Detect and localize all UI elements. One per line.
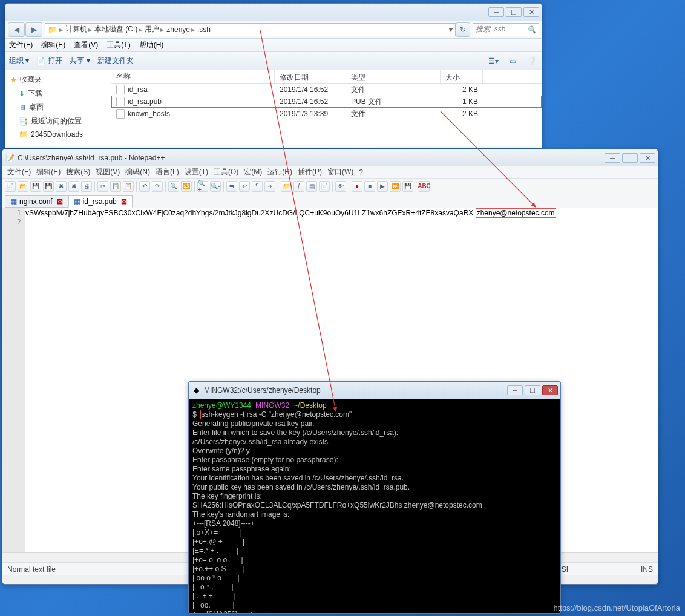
paste-icon[interactable]: 📋: [123, 181, 134, 192]
close-tab-icon[interactable]: ⊠: [121, 197, 127, 206]
redo-icon[interactable]: ↷: [152, 181, 163, 192]
wordwrap-icon[interactable]: ↩: [239, 181, 250, 192]
preview-pane-icon[interactable]: ▭: [506, 56, 519, 67]
forward-button[interactable]: ▶: [25, 22, 42, 37]
tab-nginx-conf[interactable]: ▦nginx.conf⊠: [5, 195, 68, 208]
minimize-button[interactable]: ─: [507, 385, 523, 395]
nav-2345[interactable]: 📁2345Downloads: [5, 128, 111, 140]
save-icon[interactable]: 💾: [30, 181, 41, 192]
menu-tools[interactable]: 工具(T): [107, 40, 130, 50]
address-bar[interactable]: 📁 ▸ 计算机 ▸ 本地磁盘 (C:) ▸ 用户 ▸ zhenye ▸ .ssh…: [45, 23, 456, 36]
menu-language[interactable]: 语言(L): [154, 167, 180, 177]
folder-icon[interactable]: 📁: [281, 181, 292, 192]
breadcrumb[interactable]: 用户: [145, 24, 159, 34]
menu-view[interactable]: 查看(V): [74, 40, 98, 50]
closeall-icon[interactable]: ✖: [68, 181, 79, 192]
file-row[interactable]: known_hosts 2019/1/3 13:39 文件 2 KB: [111, 108, 542, 120]
allchars-icon[interactable]: ¶: [252, 181, 263, 192]
stop-icon[interactable]: ■: [364, 181, 375, 192]
zoomin-icon[interactable]: 🔍+: [197, 181, 208, 192]
spellcheck-icon[interactable]: ABC: [419, 181, 430, 192]
indent-icon[interactable]: ⇥: [264, 181, 275, 192]
explorer-titlebar[interactable]: ─ ☐ ✕: [5, 4, 542, 21]
menu-search[interactable]: 搜索(S): [65, 167, 91, 177]
breadcrumb[interactable]: zhenye: [166, 25, 190, 34]
menu-window[interactable]: 窗口(W): [326, 167, 355, 177]
menu-macro[interactable]: 宏(M): [243, 167, 263, 177]
share-button[interactable]: 共享 ▾: [70, 56, 90, 66]
copy-icon[interactable]: 📋: [110, 181, 121, 192]
play-icon[interactable]: ▶: [377, 181, 388, 192]
breadcrumb[interactable]: 计算机: [65, 24, 87, 34]
nav-favorites[interactable]: ★收藏夹: [5, 73, 111, 87]
breadcrumb[interactable]: .ssh: [197, 25, 211, 34]
recent-icon: 📑: [19, 117, 28, 126]
open-button[interactable]: 📄打开: [36, 56, 62, 66]
search-input[interactable]: 搜索 .ssh 🔍: [473, 23, 539, 36]
print-icon[interactable]: 🖨: [81, 181, 92, 192]
dropdown-icon[interactable]: ▾: [449, 25, 453, 34]
close-tab-icon[interactable]: ⊠: [57, 197, 63, 206]
refresh-button[interactable]: ↻: [456, 22, 470, 37]
open-icon[interactable]: 📂: [18, 181, 28, 192]
term-titlebar[interactable]: ◆ MINGW32:/c/Users/zhenye/Desktop ─ ☐ ✕: [189, 382, 560, 399]
monitor-icon[interactable]: 👁: [335, 181, 346, 192]
undo-icon[interactable]: ↶: [139, 181, 150, 192]
close-button[interactable]: ✕: [523, 7, 539, 17]
saveall-icon[interactable]: 💾: [43, 181, 54, 192]
terminal-window: ◆ MINGW32:/c/Users/zhenye/Desktop ─ ☐ ✕ …: [188, 381, 561, 614]
sync-icon[interactable]: ⇆: [226, 181, 237, 192]
back-button[interactable]: ◀: [8, 22, 25, 37]
menu-run[interactable]: 运行(R): [266, 167, 293, 177]
minimize-button[interactable]: ─: [605, 153, 620, 163]
savemacro-icon[interactable]: 💾: [402, 181, 413, 192]
maximize-button[interactable]: ☐: [506, 7, 522, 17]
menu-settings[interactable]: 设置(T): [183, 167, 209, 177]
menu-file[interactable]: 文件(F): [6, 167, 32, 177]
npp-title: C:\Users\zhenye\.ssh\id_rsa.pub - Notepa…: [18, 154, 605, 162]
view-options-icon[interactable]: ☰▾: [487, 56, 499, 67]
npp-titlebar[interactable]: 📝 C:\Users\zhenye\.ssh\id_rsa.pub - Note…: [2, 149, 658, 166]
email-highlight: zhenye@netopstec.com: [476, 208, 556, 218]
playmulti-icon[interactable]: ⏩: [390, 181, 401, 192]
breadcrumb[interactable]: 本地磁盘 (C:): [94, 24, 137, 34]
menu-edit[interactable]: 编辑(E): [35, 167, 62, 177]
menu-help[interactable]: ?: [358, 168, 364, 177]
close-icon[interactable]: ✖: [56, 181, 67, 192]
nav-recent[interactable]: 📑最近访问的位置: [5, 114, 111, 128]
maximize-button[interactable]: ☐: [622, 153, 638, 163]
doc-icon[interactable]: 📄: [319, 181, 330, 192]
file-row[interactable]: id_rsa 2019/1/4 16:52 文件 2 KB: [111, 84, 542, 96]
col-type[interactable]: 类型: [346, 70, 441, 83]
menu-encoding[interactable]: 编码(N): [124, 167, 151, 177]
menu-help[interactable]: 帮助(H): [139, 40, 164, 50]
col-size[interactable]: 大小: [441, 70, 483, 83]
close-button[interactable]: ✕: [640, 153, 655, 163]
cut-icon[interactable]: ✂: [97, 181, 108, 192]
menu-tools[interactable]: 工具(O): [212, 167, 240, 177]
file-row[interactable]: id_rsa.pub 2019/1/4 16:52 PUB 文件 1 KB: [111, 96, 542, 108]
replace-icon[interactable]: 🔁: [181, 181, 192, 192]
map-icon[interactable]: ▤: [306, 181, 317, 192]
tab-id-rsa-pub[interactable]: ▦id_rsa.pub⊠: [68, 195, 133, 208]
menu-file[interactable]: 文件(F): [9, 40, 33, 50]
maximize-button[interactable]: ☐: [525, 385, 540, 395]
nav-desktop[interactable]: 🖥桌面: [5, 100, 111, 114]
organize-button[interactable]: 组织 ▾: [9, 56, 29, 66]
menu-edit[interactable]: 编辑(E): [41, 40, 65, 50]
minimize-button[interactable]: ─: [488, 7, 504, 17]
col-name[interactable]: 名称: [111, 70, 275, 83]
new-folder-button[interactable]: 新建文件夹: [97, 56, 134, 66]
record-icon[interactable]: ●: [352, 181, 362, 192]
function-icon[interactable]: ƒ: [293, 181, 304, 192]
col-date[interactable]: 修改日期: [275, 70, 346, 83]
new-icon[interactable]: 📄: [5, 181, 16, 192]
menu-plugins[interactable]: 插件(P): [297, 167, 323, 177]
menu-view[interactable]: 视图(V): [94, 167, 121, 177]
terminal-body[interactable]: zhenye@WY1344 MINGW32 ~/Desktop $ ssh-ke…: [189, 399, 560, 613]
close-button[interactable]: ✕: [542, 385, 558, 395]
help-icon[interactable]: ❔: [526, 56, 538, 67]
zoomout-icon[interactable]: 🔍-: [210, 181, 221, 192]
nav-downloads[interactable]: ⬇下载: [5, 87, 111, 100]
find-icon[interactable]: 🔍: [168, 181, 179, 192]
